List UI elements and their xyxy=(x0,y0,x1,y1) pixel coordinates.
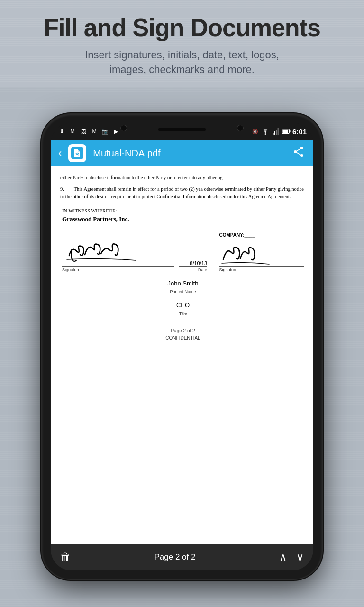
svg-line-13 xyxy=(295,152,302,156)
status-icons-left: ⬇ M 🖼 M 📷 ▶ xyxy=(57,127,120,136)
company-name: Grasswood Partners, Inc. xyxy=(62,215,304,223)
title-section: CEO Title xyxy=(62,302,304,316)
printed-name-value: John Smith xyxy=(62,280,304,287)
svg-point-0 xyxy=(264,133,266,135)
trash-button[interactable]: 🗑 xyxy=(60,551,71,563)
image-icon: 🖼 xyxy=(79,127,88,136)
date-block: 8/10/13 Date xyxy=(179,260,207,272)
status-bar: ⬇ M 🖼 M 📷 ▶ 🔇 xyxy=(51,123,313,140)
signature-label: Signature xyxy=(62,267,174,272)
status-time: 6:01 xyxy=(292,128,307,136)
svg-rect-7 xyxy=(282,130,288,133)
company-label-right: COMPANY:____ xyxy=(219,232,304,238)
prev-page-button[interactable]: ∧ xyxy=(279,551,287,563)
page-info: Page 2 of 2 xyxy=(155,552,196,562)
printed-name-label: Printed Name xyxy=(62,289,304,294)
download-icon: ⬇ xyxy=(57,127,66,136)
gmail-icon-1: M xyxy=(68,127,77,136)
phone-device: ⬇ M 🖼 M 📷 ▶ 🔇 xyxy=(42,114,322,579)
promo-section: Fill and Sign Documents Insert signature… xyxy=(0,0,364,87)
next-page-button[interactable]: ∨ xyxy=(296,551,304,563)
signature-row: Signature 8/10/13 Date xyxy=(62,232,304,272)
printed-name-line xyxy=(104,288,262,288)
store-icon: ▶ xyxy=(112,127,120,136)
right-signature-line xyxy=(219,266,304,267)
right-sig-block: COMPANY:____ Signature xyxy=(219,232,304,272)
phone-wrapper: ⬇ M 🖼 M 📷 ▶ 🔇 xyxy=(42,87,322,607)
doc-paragraph-9: 9. This Agreement shall remain in effect… xyxy=(60,185,304,201)
page-footer-line1: -Page 2 of 2- xyxy=(62,327,304,334)
battery-icon xyxy=(282,127,291,136)
mute-icon: 🔇 xyxy=(251,127,259,136)
lance-signature-svg xyxy=(219,240,272,265)
bottom-toolbar: 🗑 Page 2 of 2 ∧ ∨ xyxy=(51,544,313,570)
svg-rect-3 xyxy=(276,130,277,135)
share-button[interactable] xyxy=(289,144,309,163)
document-content: either Party to disclose information to … xyxy=(51,166,313,544)
title-line xyxy=(104,310,262,310)
page-footer-line2: CONFIDENTIAL xyxy=(62,334,304,341)
wifi-icon xyxy=(261,127,270,136)
document-title: Mutual-NDA.pdf xyxy=(90,148,285,159)
signal-icon xyxy=(272,127,280,136)
witness-section: IN WITNESS WHEREOF: Grasswood Partners, … xyxy=(60,208,304,341)
right-signature-label: Signature xyxy=(219,267,304,272)
svg-rect-6 xyxy=(290,130,291,133)
svg-rect-1 xyxy=(273,133,274,135)
svg-rect-4 xyxy=(277,128,279,135)
status-icons-right: 🔇 xyxy=(251,127,307,136)
john-smith-signature-svg xyxy=(62,237,147,265)
camera-icon: 📷 xyxy=(101,127,109,136)
bottom-nav: ∧ ∨ xyxy=(279,551,304,563)
promo-subtitle: Insert signatures, initials, date, text,… xyxy=(19,48,345,77)
title-label: Title xyxy=(62,311,304,316)
promo-title: Fill and Sign Documents xyxy=(19,14,345,41)
date-value: 8/10/13 xyxy=(179,260,207,266)
date-label: Date xyxy=(179,267,207,272)
left-sig-block: Signature 8/10/13 Date xyxy=(62,237,207,272)
date-line xyxy=(179,266,207,267)
printed-name-section: John Smith Printed Name xyxy=(62,280,304,294)
page-footer: -Page 2 of 2- CONFIDENTIAL xyxy=(62,327,304,341)
witness-label: IN WITNESS WHEREOF: xyxy=(62,208,304,213)
title-value: CEO xyxy=(62,302,304,309)
doc-paragraph-8-partial: either Party to disclose information to … xyxy=(60,174,304,182)
svg-line-12 xyxy=(295,148,302,152)
signature-line xyxy=(62,266,174,267)
phone-screen: ⬇ M 🖼 M 📷 ▶ 🔇 xyxy=(51,123,313,570)
app-icon xyxy=(68,144,86,162)
svg-rect-2 xyxy=(274,131,275,135)
app-toolbar: ‹ Mutual-NDA.pdf xyxy=(51,140,313,166)
back-button[interactable]: ‹ xyxy=(55,145,64,161)
gmail-icon-2: M xyxy=(90,127,99,136)
